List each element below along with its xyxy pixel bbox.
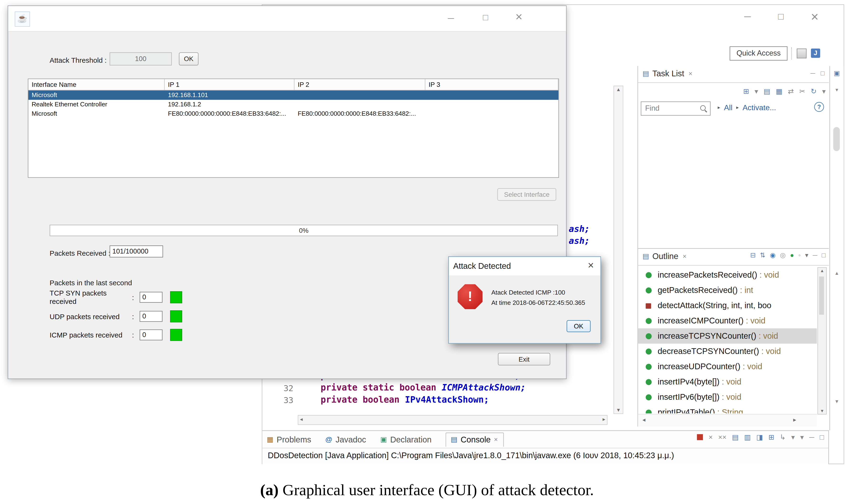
- close-tab-icon[interactable]: ×: [494, 435, 498, 443]
- activate-link[interactable]: Activate...: [743, 103, 776, 112]
- outline-item[interactable]: insertIPv4(byte[]) : void: [638, 374, 817, 390]
- table-row-selected[interactable]: Microsoft 192.168.1.101: [29, 91, 559, 100]
- titlebar[interactable]: ☕ ─ □ ×: [8, 6, 566, 32]
- scroll-down-icon[interactable]: ▼: [830, 399, 843, 404]
- close-icon[interactable]: ×: [588, 259, 594, 271]
- outline-vertical-scrollbar[interactable]: ▲ ▼: [818, 267, 827, 414]
- scroll-up-icon[interactable]: ▲: [818, 268, 826, 273]
- minimize-icon[interactable]: ─: [809, 433, 814, 441]
- remove-all-launches-icon[interactable]: ××: [718, 433, 727, 441]
- scroll-left-icon[interactable]: ◂: [642, 416, 646, 424]
- scheduled-icon[interactable]: ▦: [776, 87, 782, 95]
- maximize-icon[interactable]: □: [778, 10, 784, 23]
- open-perspective-icon[interactable]: [797, 49, 806, 58]
- outline-item[interactable]: increaseICMPCounter() : void: [638, 313, 817, 328]
- maximize-icon[interactable]: □: [821, 251, 825, 259]
- outline-item-selected[interactable]: increaseTCPSYNCounter() : void: [638, 328, 817, 344]
- hide-local-types-icon[interactable]: ◦: [798, 251, 801, 259]
- maximize-icon[interactable]: □: [483, 13, 488, 22]
- outline-item[interactable]: decreaseTCPSYNCounter() : void: [638, 344, 817, 359]
- outline-item[interactable]: printIPv4Table() : String: [638, 405, 817, 414]
- tab-problems[interactable]: ▦ Problems: [267, 435, 311, 444]
- remove-launch-icon[interactable]: ×: [709, 433, 713, 441]
- display-console-menu-icon[interactable]: ▾: [791, 433, 795, 441]
- scroll-down-icon[interactable]: ▼: [614, 408, 623, 413]
- hide-static-icon[interactable]: ◎: [780, 251, 785, 259]
- scroll-right-icon[interactable]: ▸: [793, 416, 796, 424]
- outline-item[interactable]: getPacketsReceived() : int: [638, 283, 817, 298]
- scrollbar-thumb[interactable]: [819, 276, 824, 314]
- hide-fields-icon[interactable]: ◉: [770, 251, 776, 259]
- scroll-left-icon[interactable]: ◂: [300, 416, 303, 422]
- tab-javadoc[interactable]: @ Javadoc: [325, 435, 366, 444]
- interface-table[interactable]: Interface Name IP 1 IP 2 IP 3 Microsoft …: [28, 78, 559, 178]
- show-console-icon[interactable]: ▤: [732, 433, 739, 441]
- tab-console[interactable]: ▤ Console ×: [446, 432, 504, 447]
- find-input[interactable]: Find: [641, 101, 711, 115]
- new-task-icon[interactable]: ⊞: [743, 87, 749, 95]
- icmp-counter-input[interactable]: [140, 329, 162, 340]
- categorized-icon[interactable]: ▤: [764, 87, 770, 95]
- tcp-syn-counter-input[interactable]: [140, 292, 162, 303]
- filter-all-link[interactable]: All: [724, 103, 733, 112]
- pin-console-icon[interactable]: ◨: [756, 433, 763, 441]
- minimize-icon[interactable]: ─: [744, 10, 751, 23]
- editor-vertical-scrollbar[interactable]: ▲ ▼: [614, 86, 623, 414]
- scrollbar-thumb[interactable]: [833, 127, 840, 151]
- close-tab-icon[interactable]: ×: [683, 252, 687, 260]
- hide-non-public-icon[interactable]: ●: [790, 251, 794, 259]
- new-task-menu-icon[interactable]: ▾: [755, 87, 758, 95]
- collapse-all-icon[interactable]: ⊟: [750, 251, 756, 259]
- new-console-icon[interactable]: ⊞: [768, 433, 774, 441]
- scroll-down-icon[interactable]: ▼: [818, 409, 826, 414]
- scroll-right-icon[interactable]: ▸: [603, 416, 605, 422]
- menu-chevron-icon[interactable]: ▾: [830, 87, 843, 93]
- attack-threshold-input[interactable]: [110, 53, 172, 66]
- close-icon[interactable]: ×: [811, 10, 818, 23]
- maximize-icon[interactable]: □: [820, 433, 824, 441]
- packets-received-input[interactable]: [110, 246, 163, 257]
- minimize-icon[interactable]: ─: [448, 14, 454, 23]
- close-icon[interactable]: ×: [515, 10, 522, 24]
- outline-item[interactable]: insertIPv6(byte[]) : void: [638, 390, 817, 405]
- scroll-up-icon[interactable]: ▲: [614, 87, 623, 92]
- udp-counter-input[interactable]: [140, 311, 162, 322]
- terminate-icon[interactable]: [697, 434, 703, 440]
- dialog-ok-button[interactable]: OK: [567, 320, 591, 332]
- select-interface-button[interactable]: Select Interface: [497, 188, 556, 201]
- column-header[interactable]: IP 3: [425, 79, 559, 90]
- editor-horizontal-scrollbar[interactable]: ◂ ▸: [298, 415, 608, 425]
- minimize-icon[interactable]: ─: [811, 69, 815, 77]
- exit-button[interactable]: Exit: [498, 353, 550, 365]
- column-header[interactable]: IP 2: [294, 79, 425, 90]
- sort-icon[interactable]: ⇅: [760, 251, 765, 259]
- table-row[interactable]: Realtek Ethernet Controller 192.168.1.2: [29, 100, 559, 109]
- column-header[interactable]: Interface Name: [29, 79, 165, 90]
- view-menu-icon[interactable]: ▾: [805, 251, 808, 259]
- maximize-icon[interactable]: □: [821, 69, 825, 77]
- table-row[interactable]: Microsoft FE80:0000:0000:0000:E848:EB33:…: [29, 109, 559, 118]
- outline-item[interactable]: detectAttack(String, int, int, boo: [638, 298, 817, 313]
- delete-task-icon[interactable]: ✂: [799, 87, 805, 95]
- outline-item[interactable]: increaseUDPCounter() : void: [638, 359, 817, 374]
- tab-task-list[interactable]: ▤ Task List ×: [642, 69, 693, 78]
- java-perspective-icon[interactable]: J: [811, 49, 820, 58]
- close-tab-icon[interactable]: ×: [689, 70, 692, 77]
- link-with-editor-icon[interactable]: ⇄: [788, 87, 794, 95]
- scroll-up-icon[interactable]: ▲: [830, 270, 843, 276]
- open-console-log-icon[interactable]: ▥: [744, 433, 751, 441]
- restore-view-icon[interactable]: ▣: [830, 69, 843, 77]
- help-icon[interactable]: ?: [814, 102, 824, 112]
- threshold-ok-button[interactable]: OK: [179, 53, 198, 66]
- minimize-icon[interactable]: ─: [813, 251, 817, 259]
- scroll-lock-icon[interactable]: ↳: [780, 433, 786, 441]
- outline-horizontal-scrollbar[interactable]: ◂ ▸: [638, 414, 817, 427]
- synchronize-icon[interactable]: ↻: [811, 87, 817, 95]
- open-console-menu-icon[interactable]: ▾: [800, 433, 804, 441]
- outline-item[interactable]: increasePacketsReceived() : void: [638, 267, 817, 283]
- dialog-titlebar[interactable]: Attack Detected ×: [449, 257, 600, 275]
- view-menu-icon[interactable]: ▾: [822, 87, 825, 95]
- tab-outline[interactable]: ▤ Outline ×: [642, 251, 687, 261]
- tab-declaration[interactable]: ▣ Declaration: [380, 435, 431, 444]
- quick-access-box[interactable]: Quick Access: [730, 46, 787, 60]
